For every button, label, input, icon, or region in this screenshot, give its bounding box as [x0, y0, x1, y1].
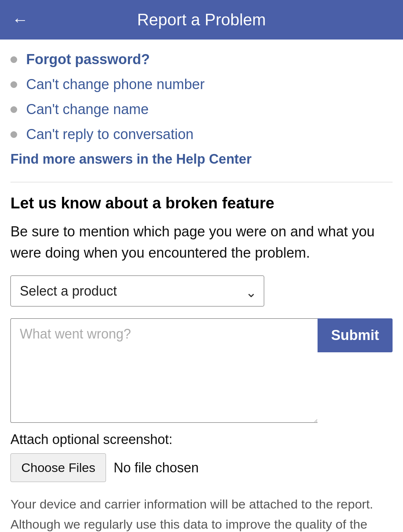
bullet-icon: [10, 131, 17, 138]
attach-label: Attach optional screenshot:: [10, 432, 393, 447]
suggestion-reply-conversation[interactable]: Can't reply to conversation: [26, 126, 194, 142]
bullet-icon: [10, 56, 17, 63]
list-item: Can't change name: [10, 101, 393, 117]
list-item: Can't reply to conversation: [10, 126, 393, 142]
section-divider: [10, 182, 393, 182]
suggestions-list: Forgot password? Can't change phone numb…: [10, 51, 393, 142]
product-select[interactable]: Select a product Facebook Messenger Inst…: [10, 276, 264, 306]
no-file-text: No file chosen: [113, 460, 199, 476]
submit-button[interactable]: Submit: [318, 318, 393, 352]
main-content: Forgot password? Can't change phone numb…: [0, 40, 403, 532]
help-center-top-link[interactable]: Find more answers in the Help Center: [10, 151, 252, 167]
form-title: Let us know about a broken feature: [10, 194, 393, 212]
suggestion-change-phone[interactable]: Can't change phone number: [26, 76, 204, 92]
problem-textarea[interactable]: [10, 318, 318, 423]
file-input-row: Choose Files No file chosen: [10, 453, 393, 482]
form-description: Be sure to mention which page you were o…: [10, 221, 393, 264]
bullet-icon: [10, 106, 17, 113]
suggestion-change-name[interactable]: Can't change name: [26, 101, 149, 117]
header: ← Report a Problem: [0, 0, 403, 40]
list-item: Can't change phone number: [10, 76, 393, 92]
back-button[interactable]: ←: [12, 12, 28, 28]
product-select-wrapper[interactable]: Select a product Facebook Messenger Inst…: [10, 276, 264, 312]
list-item: Forgot password?: [10, 51, 393, 67]
textarea-submit-row: Submit: [10, 318, 393, 423]
form-section: Let us know about a broken feature Be su…: [10, 194, 393, 532]
bullet-icon: [10, 81, 17, 88]
choose-files-button[interactable]: Choose Files: [10, 453, 106, 482]
suggestion-forgot-password[interactable]: Forgot password?: [26, 51, 150, 67]
disclaimer-text: Your device and carrier information will…: [10, 494, 393, 532]
page-title: Report a Problem: [36, 10, 367, 29]
